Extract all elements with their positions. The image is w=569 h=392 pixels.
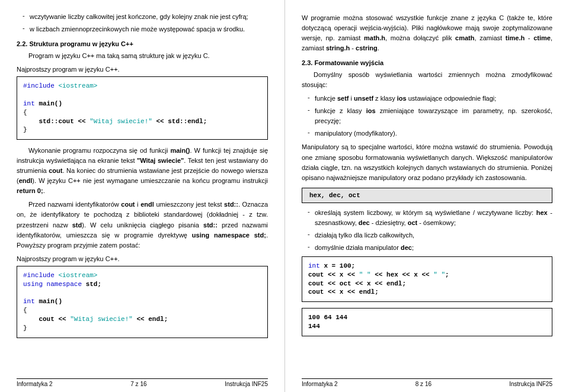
code-block: #include <iostream> int main() { std::co… (17, 76, 268, 140)
code-text: std::cout << (23, 118, 89, 125)
bold-text: std:: (203, 221, 218, 229)
bullet-text: manipulatory (modyfikatory). (315, 128, 552, 139)
bold-text: "Witaj swiecie" (137, 157, 184, 164)
paragraph: Program w języku C++ ma taką samą strukt… (28, 51, 268, 61)
code-text: main() (35, 298, 62, 305)
text: domyślnie działa manipulator (315, 244, 401, 251)
text: ). W celu uniknięcia ciągłego pisania (82, 221, 203, 229)
code-keyword: int (308, 262, 320, 269)
code-caption: Najprostszy program w języku C++. (17, 66, 268, 73)
bullet-text: domyślnie działa manipulator dec; (315, 243, 552, 253)
code-text: cout << (23, 316, 70, 323)
bullet-item: - manipulatory (modyfikatory). (308, 128, 552, 139)
text: ; (412, 244, 414, 251)
bullet-text: funkcje setf i unsetf z klasy ios ustawi… (315, 94, 552, 104)
text: funkcje z klasy (315, 107, 366, 114)
bullet-item: - określają system liczbowy, w którym są… (308, 208, 552, 228)
code-text: ; (445, 271, 449, 278)
bold-text: std (72, 221, 82, 229)
code-text: << std::endl; (152, 118, 207, 125)
heading-number: 2.3. (302, 59, 312, 66)
text: , można dołączyć plik (385, 34, 455, 41)
paragraph: Domyślny sposób wyświetlania wartości zm… (302, 70, 552, 90)
bold-text: std:: (224, 201, 238, 208)
code-string: "Witaj swiecie!" (70, 316, 133, 323)
dash-icon: - (308, 128, 315, 139)
bullet-text: wczytywanie liczby całkowitej jest kończ… (30, 12, 268, 22)
text: i (349, 95, 354, 102)
code-text: { (23, 109, 27, 116)
footer-right: Instrukcja INF25 (225, 381, 268, 387)
code-keyword: int (23, 100, 35, 107)
code-keyword: int (23, 298, 35, 305)
code-caption: Najprostszy program w języku C++. (17, 255, 268, 262)
heading-title: Struktura programu w języku C++ (29, 40, 133, 47)
code-string: " " (433, 271, 445, 278)
bold-text: using namespace std; (192, 232, 266, 239)
bullet-text: w liczbach zmiennoprzecinkowych nie może… (30, 24, 268, 34)
bold-text: dec (401, 244, 412, 251)
paragraph: Wykonanie programu rozpoczyna się od fun… (17, 146, 268, 196)
bullet-item: - funkcje setf i unsetf z klasy ios usta… (308, 94, 552, 104)
bold-text: endl (19, 177, 33, 184)
code-text: main() (35, 100, 62, 107)
code-text: } (23, 126, 27, 133)
bullet-item: - w liczbach zmiennoprzecinkowych nie mo… (23, 24, 268, 34)
page-footer: Informatyka 2 7 z 16 Instrukcja INF25 (17, 378, 268, 387)
paragraph: Manipulatory są to specjalne wartości, k… (302, 142, 552, 182)
code-text: 144 (308, 323, 320, 330)
code-string: "Witaj swiecie!" (89, 118, 152, 125)
paragraph: Przed nazwami identyfikatorów cout i end… (17, 200, 268, 250)
footer-center: 7 z 16 (130, 381, 146, 387)
code-string: " " (359, 271, 371, 278)
code-text: std; (82, 281, 101, 288)
dash-icon: - (308, 106, 315, 126)
text: , zamiast (475, 34, 506, 41)
bold-text: main() (170, 147, 190, 154)
bullet-text: określają system liczbowy, w którym są w… (315, 208, 552, 228)
bold-text: ctime (533, 34, 551, 41)
text: - dziesiętny, (370, 219, 408, 226)
dash-icon: - (23, 12, 30, 22)
paragraph: W programie można stosować wszystkie fun… (302, 13, 552, 53)
page-footer: Informatyka 2 8 z 16 Instrukcja INF25 (302, 378, 552, 387)
bold-text: hex (536, 209, 548, 216)
text: określają system liczbowy, w którym są w… (315, 209, 536, 216)
dash-icon: - (308, 243, 315, 253)
code-text: 100 64 144 (308, 314, 347, 321)
bold-text: setf (337, 95, 349, 102)
dash-icon: - (308, 208, 315, 228)
page-spread: - wczytywanie liczby całkowitej jest koń… (0, 0, 569, 392)
code-keyword: #include (23, 272, 55, 279)
text: funkcje (315, 95, 337, 102)
code-text: x = 100; (320, 262, 355, 269)
text: . (43, 187, 45, 194)
bullet-item: - domyślnie działa manipulator dec; (308, 243, 552, 253)
output-block: 100 64 144 144 (302, 308, 552, 336)
text: Wykonanie programu rozpoczyna się od fun… (28, 147, 170, 154)
section-heading: 2.2. Struktura programu w języku C++ (17, 40, 268, 47)
code-text: } (23, 324, 27, 332)
bold-text: cout (121, 201, 135, 208)
section-heading: 2.3. Formatowanie wyjścia (302, 59, 552, 66)
bold-text: cstring (356, 44, 378, 52)
code-block: #include <iostream> using namespace std;… (17, 266, 268, 338)
bold-text: cmath (455, 34, 474, 41)
bullet-text: działają tylko dla liczb całkowitych, (315, 230, 552, 240)
bold-text: ios (366, 107, 376, 114)
bold-text: cout (49, 167, 62, 174)
text: Przed nazwami identyfikatorów (28, 201, 121, 208)
text: i (135, 201, 141, 208)
code-text: cout << oct << x << endl; (308, 280, 406, 287)
code-string: <iostream> (58, 82, 97, 89)
bold-text: endl (140, 201, 154, 208)
text: - (525, 34, 533, 41)
page-left: - wczytywanie liczby całkowitej jest koń… (0, 0, 284, 392)
page-right: W programie można stosować wszystkie fun… (284, 0, 569, 392)
text: - ósemkowy; (417, 219, 456, 226)
text: . (378, 44, 379, 52)
code-text: { (23, 307, 27, 314)
text: ). W języku C++ nie jest wymagane umiesz… (32, 177, 268, 184)
bold-text: unsetf (354, 95, 373, 102)
code-keyword: #include (23, 82, 55, 89)
